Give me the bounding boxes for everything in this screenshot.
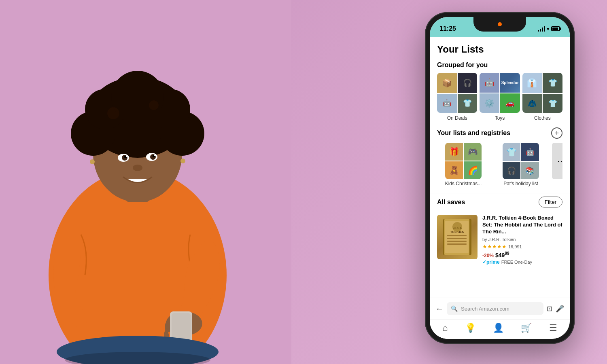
svg-point-9 (111, 71, 164, 123)
lists-row[interactable]: 🎁 🎮 🧸 🌈 Kids Christmas... 👕 🤖 🎧 (430, 143, 570, 193)
svg-point-37 (452, 222, 462, 232)
deals-img-4: 👕 (458, 94, 478, 113)
prime-badge: ✓prime (482, 259, 500, 265)
nav-ideas[interactable]: 💡 (465, 323, 476, 333)
battery-icon (551, 26, 560, 31)
nav-account[interactable]: 👤 (493, 323, 504, 333)
list-card-kids-christmas[interactable]: 🎁 🎮 🧸 🌈 Kids Christmas... (437, 143, 490, 186)
group-toys-label: Toys (495, 115, 505, 121)
person-area (0, 0, 304, 364)
clothes-img-2: 👕 (543, 73, 562, 93)
search-bar: ← 🔍 Search Amazon.com ⊡ 🎤 (430, 298, 570, 320)
prime-text: FREE One-Day (501, 260, 532, 265)
search-icon: 🔍 (451, 305, 458, 312)
search-placeholder: Search Amazon.com (461, 306, 539, 312)
list-card-pats-holiday[interactable]: 👕 🤖 🎧 📚 Pat's holiday list (495, 143, 547, 186)
lists-section-header: Your lists and registries + (430, 124, 570, 143)
deals-img-2: 🎧 (458, 73, 478, 93)
kids-christmas-thumbnails: 🎁 🎮 🧸 🌈 (445, 143, 482, 179)
wifi-icon: ▾ (547, 26, 550, 32)
kids-thumb-4: 🌈 (464, 161, 482, 179)
bottom-bar: ← 🔍 Search Amazon.com ⊡ 🎤 ⌂ 💡 (430, 298, 570, 339)
grouped-grid: 📦 🎧 🤖 👕 On Deals 🤖 Splendor ⚙️ (430, 73, 570, 124)
toys-img-2: Splendor (500, 73, 520, 93)
svg-point-19 (154, 154, 156, 156)
app-content[interactable]: Your Lists Grouped for you 📦 🎧 🤖 👕 On De… (430, 37, 570, 298)
group-on-deals-images: 📦 🎧 🤖 👕 (437, 73, 477, 113)
kids-thumb-1: 🎁 (445, 143, 463, 161)
deals-img-3: 🤖 (437, 94, 457, 113)
group-clothes-images: 👔 👕 🧥 👕 (522, 73, 562, 113)
home-icon: ⌂ (442, 323, 448, 333)
svg-point-15 (126, 155, 127, 157)
product-card[interactable]: J.R.R. TOLKIEN J.R.R. Tolkien 4-Book Box… (430, 212, 570, 269)
saves-header: All saves Filter (430, 193, 570, 212)
stars-row: ★★★★★ 16,991 (482, 243, 562, 250)
svg-rect-34 (447, 238, 467, 239)
filter-button[interactable]: Filter (539, 197, 562, 207)
camera-dot (498, 22, 502, 26)
product-image: J.R.R. TOLKIEN (437, 215, 478, 259)
menu-icon: ☰ (549, 323, 557, 333)
group-clothes-label: Clothes (534, 115, 551, 121)
svg-point-10 (107, 107, 119, 119)
account-icon: 👤 (493, 323, 504, 333)
nav-tabs: ⌂ 💡 👤 🛒 ☰ (430, 320, 570, 339)
price-row: -20% $4999 (482, 251, 562, 258)
status-time: 11:25 (439, 25, 456, 32)
page-title: Your Lists (430, 37, 570, 58)
svg-point-11 (149, 100, 159, 110)
group-toys[interactable]: 🤖 Splendor ⚙️ 🚗 Toys (480, 73, 520, 121)
add-list-button[interactable]: + (551, 127, 562, 139)
stars: ★★★★★ (482, 243, 507, 250)
partial-thumb: ⋯ (552, 143, 562, 179)
list-card-partial[interactable]: ⋯ (552, 143, 562, 186)
product-title: J.R.R. Tolkien 4-Book Boxed Set: The Hob… (482, 215, 562, 235)
pats-thumb-1: 👕 (503, 143, 520, 161)
ideas-icon: 💡 (465, 323, 476, 333)
pats-holiday-label: Pat's holiday list (503, 181, 538, 186)
camera-button[interactable]: ⊡ (547, 305, 552, 313)
svg-point-22 (180, 159, 185, 163)
notch (473, 17, 526, 32)
phone-frame: 11:25 ▾ (425, 12, 575, 344)
saves-title: All saves (437, 199, 465, 206)
kids-thumb-2: 🎮 (464, 143, 482, 161)
back-button[interactable]: ← (435, 304, 444, 313)
svg-rect-35 (447, 241, 467, 242)
phone-screen: 11:25 ▾ (430, 17, 570, 339)
product-author: by J.R.R. Tolkien (482, 237, 562, 242)
svg-point-21 (90, 159, 95, 164)
kids-thumb-3: 🧸 (445, 161, 463, 179)
search-input-wrapper[interactable]: 🔍 Search Amazon.com (447, 302, 543, 315)
svg-rect-33 (447, 235, 467, 236)
clothes-img-1: 👔 (522, 73, 542, 93)
clothes-img-3: 🧥 (522, 94, 542, 113)
prime-row: ✓prime FREE One-Day (482, 259, 562, 265)
clothes-img-4: 👕 (543, 94, 562, 113)
nav-cart[interactable]: 🛒 (521, 323, 532, 333)
nav-menu[interactable]: ☰ (549, 323, 557, 333)
group-on-deals-label: On Deals (447, 115, 467, 121)
pats-thumb-4: 📚 (521, 162, 539, 179)
pats-thumb-3: 🎧 (503, 162, 520, 179)
phone-wrapper: 11:25 ▾ (425, 12, 575, 344)
kids-christmas-label: Kids Christmas... (445, 181, 482, 186)
group-clothes[interactable]: 👔 👕 🧥 👕 Clothes (522, 73, 562, 121)
grouped-section-title: Grouped for you (430, 58, 570, 73)
svg-point-20 (133, 165, 142, 171)
lists-section-title: Your lists and registries (437, 129, 510, 137)
product-info: J.R.R. Tolkien 4-Book Boxed Set: The Hob… (482, 215, 562, 265)
pats-holiday-thumbnails: 👕 🤖 🎧 📚 (503, 143, 539, 179)
status-icons: ▾ (538, 26, 560, 32)
battery-fill (552, 28, 558, 30)
group-toys-images: 🤖 Splendor ⚙️ 🚗 (480, 73, 520, 113)
deals-img-1: 📦 (437, 73, 457, 93)
cart-icon: 🛒 (521, 323, 532, 333)
mic-button[interactable]: 🎤 (556, 305, 564, 313)
group-on-deals[interactable]: 📦 🎧 🤖 👕 On Deals (437, 73, 477, 121)
nav-home[interactable]: ⌂ (442, 323, 448, 333)
svg-rect-36 (447, 243, 467, 245)
status-bar: 11:25 ▾ (430, 17, 570, 37)
person-illustration (0, 0, 291, 364)
